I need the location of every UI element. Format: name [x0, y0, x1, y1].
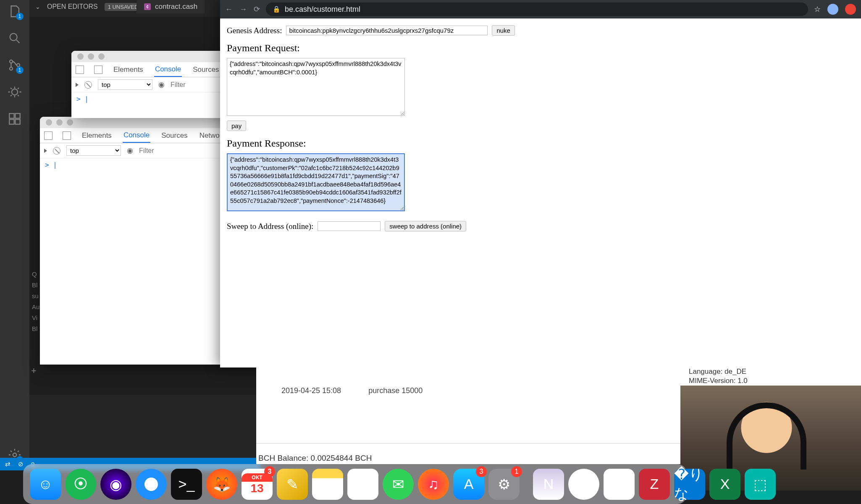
context-select[interactable]: top [66, 145, 121, 156]
mime-line: MIME-Version: 1.0 [689, 376, 853, 386]
min-dot[interactable] [88, 53, 94, 60]
payment-response-textarea[interactable]: {"address":"bitcoincash:qpw7wyxsp05xffmm… [227, 153, 405, 211]
settings-badge: 1 [511, 466, 522, 477]
sweep-input[interactable] [318, 221, 381, 231]
notes-app[interactable]: ✎ [312, 469, 343, 500]
calendar-day: 13 [250, 482, 263, 495]
vscode-app[interactable]: �りな [674, 469, 705, 500]
remote-icon[interactable]: ⇄ [5, 460, 10, 468]
zotero-app[interactable]: Z [639, 469, 670, 500]
reload-icon[interactable]: ⟳ [254, 5, 260, 14]
calendar-badge: 3 [264, 466, 275, 477]
background-app-left: 2019-04-25 15:08 purchase 15000 BCH Bala… [256, 368, 680, 464]
max-dot[interactable] [67, 119, 73, 126]
tab-sources[interactable]: Sources [160, 129, 188, 142]
star-icon[interactable]: ☆ [814, 5, 821, 14]
calendar-app[interactable]: OKT 13 3 [242, 469, 273, 500]
errors-icon[interactable]: ⊘ [18, 460, 24, 468]
spotify-app[interactable]: ⦿ [65, 469, 96, 500]
tab-elements[interactable]: Elements [113, 63, 144, 76]
svg-rect-6 [15, 113, 20, 118]
bch-balance: BCH Balance: 0.00254844 BCH [258, 454, 372, 463]
add-icon[interactable]: + [31, 365, 37, 376]
omnibox[interactable]: 🔒 be.cash/customer.html [266, 3, 808, 16]
tab-contract[interactable]: ¢ contract.cash [136, 0, 205, 13]
tab-console[interactable]: Console [154, 63, 182, 77]
genesis-input[interactable] [286, 26, 488, 35]
tab-sources[interactable]: Sources [192, 63, 220, 76]
inspect-icon[interactable] [76, 66, 84, 74]
scm-badge: 1 [16, 66, 24, 74]
onenote-app[interactable]: N [533, 469, 564, 500]
device-icon[interactable] [63, 131, 71, 140]
search-icon[interactable] [8, 31, 22, 45]
profile-avatar-2[interactable] [845, 4, 856, 15]
files-icon[interactable]: 1 [8, 4, 22, 18]
tab-elements[interactable]: Elements [81, 129, 113, 142]
clear-icon[interactable] [84, 81, 92, 89]
pay-button[interactable]: pay [227, 121, 246, 131]
nav-buttons: ← → ⟳ [225, 5, 260, 14]
source-control-icon[interactable]: 1 [8, 58, 22, 72]
device-icon[interactable] [94, 66, 102, 74]
siri-app[interactable]: ◉ [100, 469, 131, 500]
activity-bar: 1 1 1 [0, 0, 29, 470]
close-dot[interactable] [77, 53, 84, 60]
filter-input[interactable] [171, 81, 221, 89]
payment-request-textarea[interactable]: {"address":"bitcoincash:qpw7wyxsp05xffmm… [227, 58, 405, 116]
clear-icon[interactable] [53, 147, 60, 155]
firefox-app[interactable]: 🦊 [206, 469, 237, 500]
lock-icon: 🔒 [273, 5, 281, 13]
nuke-button[interactable]: nuke [492, 25, 515, 36]
sweep-label: Sweep to Address (online): [227, 222, 313, 231]
max-dot[interactable] [98, 53, 105, 60]
messages-app[interactable]: ✉ [383, 469, 414, 500]
tab-label: contract.cash [155, 3, 197, 11]
expand-icon[interactable] [76, 83, 79, 87]
url-text: be.cash/customer.html [285, 5, 360, 14]
settings-app[interactable]: ⚙1 [488, 469, 520, 500]
appstore-app[interactable]: A3 [453, 469, 484, 500]
tab-console[interactable]: Console [123, 129, 150, 143]
sweep-button[interactable]: sweep to address (online) [385, 221, 466, 231]
itunes-app[interactable]: ♫ [418, 469, 449, 500]
bg-action: purchase 15000 [368, 386, 423, 395]
profile-avatar[interactable] [827, 4, 838, 15]
safari-app[interactable]: ✦ [136, 469, 167, 500]
min-dot[interactable] [56, 119, 63, 126]
context-select[interactable]: top [98, 79, 152, 90]
chevron-down-icon: ⌄ [35, 3, 40, 10]
bg-timestamp: 2019-04-25 15:08 [281, 386, 341, 395]
finder-app[interactable]: ☺ [30, 469, 61, 500]
divider [256, 443, 680, 444]
svg-point-9 [13, 453, 17, 457]
expand-icon[interactable] [44, 149, 47, 153]
appstore-badge: 3 [476, 466, 487, 477]
open-editors-label: OPEN EDITORS [47, 3, 98, 10]
chrome-app[interactable]: ◯ [568, 469, 599, 500]
dock: ☺ ⦿ ◉ ✦ >_ 🦊 OKT 13 3 ✎ ✎ ✿ ✉ ♫ A3 ⚙1 N … [23, 464, 687, 504]
close-dot[interactable] [46, 119, 52, 126]
teal-app[interactable]: ⬚ [745, 469, 776, 500]
page-body: Genesis Address: nuke Payment Request: {… [220, 18, 861, 368]
excel-app[interactable]: X [709, 469, 740, 500]
chrome-toolbar: ← → ⟳ 🔒 be.cash/customer.html ☆ [220, 0, 861, 18]
analytics-app[interactable]: ▮▮ [604, 469, 635, 500]
svg-point-4 [12, 89, 18, 95]
back-icon[interactable]: ← [225, 5, 233, 14]
eye-icon[interactable]: ◉ [127, 146, 133, 155]
photos-app[interactable]: ✿ [347, 469, 378, 500]
file-icon: ¢ [144, 3, 151, 10]
debug-icon[interactable] [8, 85, 22, 99]
payment-response-heading: Payment Response: [227, 138, 854, 149]
inspect-icon[interactable] [44, 131, 52, 140]
svg-point-0 [10, 34, 17, 41]
payment-request-heading: Payment Request: [227, 42, 854, 54]
extensions-icon[interactable] [8, 112, 22, 126]
filter-input[interactable] [139, 147, 189, 155]
svg-rect-8 [15, 119, 20, 124]
terminal-app[interactable]: >_ [171, 469, 202, 500]
eye-icon[interactable]: ◉ [158, 80, 165, 89]
forward-icon[interactable]: → [239, 5, 247, 14]
stickies-app[interactable]: ✎ [277, 469, 308, 500]
